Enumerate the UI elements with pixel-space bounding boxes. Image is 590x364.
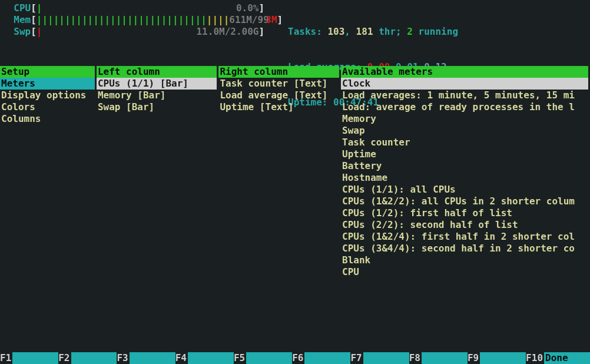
- avail-item-uptime[interactable]: Uptime: [341, 148, 588, 160]
- threads-count: 181: [356, 26, 373, 37]
- f10-label: F10: [526, 352, 544, 364]
- setup-item-display[interactable]: Display options: [0, 90, 95, 101]
- avail-item-cpu[interactable]: CPU: [341, 266, 588, 278]
- f6-button[interactable]: [304, 352, 350, 364]
- f1-button[interactable]: [12, 352, 58, 364]
- cpu-meter: CPU[|0.0%]: [2, 2, 288, 14]
- right-column-header: Right column: [218, 66, 339, 78]
- avail-item-taskcounter[interactable]: Task counter: [341, 137, 588, 148]
- avail-item-clock[interactable]: Clock: [341, 78, 588, 90]
- cpu-bar: |: [37, 2, 42, 14]
- mem-value-tail: 3M: [266, 14, 277, 25]
- avail-item-cpus344[interactable]: CPUs (3&4/4): second half in 2 shorter c…: [341, 243, 588, 254]
- available-meters-header: Available meters: [341, 66, 588, 78]
- setup-panel: Setup Meters Display options Colors Colu…: [0, 66, 95, 278]
- right-column-panel: Right column Task counter [Text] Load av…: [218, 66, 339, 278]
- leftcol-item-memory[interactable]: Memory [Bar]: [97, 90, 217, 101]
- avail-item-swap[interactable]: Swap: [341, 125, 588, 137]
- swp-meter: Swp[|11.0M/2.00G]: [2, 26, 288, 38]
- f6-label: F6: [292, 352, 304, 364]
- f9-button[interactable]: [480, 352, 526, 364]
- avail-item-hostname[interactable]: Hostname: [341, 172, 588, 184]
- f5-button[interactable]: [246, 352, 292, 364]
- f2-button[interactable]: [71, 352, 117, 364]
- f1-label: F1: [0, 352, 12, 364]
- f4-button[interactable]: [188, 352, 234, 364]
- avail-item-blank[interactable]: Blank: [341, 254, 588, 266]
- left-column-panel: Left column CPUs (1/1) [Bar] Memory [Bar…: [97, 66, 217, 278]
- rightcol-item-task[interactable]: Task counter [Text]: [218, 78, 339, 90]
- f3-button[interactable]: [130, 352, 175, 364]
- rightcol-item-load[interactable]: Load average [Text]: [218, 90, 339, 101]
- left-column-header: Left column: [97, 66, 217, 78]
- avail-item-cpus122[interactable]: CPUs (1&2/2): all CPUs in 2 shorter colu…: [341, 196, 588, 207]
- mem-bar-used: ||||||||||||||||||||||||||||||: [37, 14, 207, 25]
- available-meters-panel: Available meters Clock Load averages: 1 …: [341, 66, 588, 278]
- avail-item-cpus12[interactable]: CPUs (1/2): first half of list: [341, 207, 588, 219]
- avail-item-cpus124[interactable]: CPUs (1&2/4): first half in 2 shorter co…: [341, 231, 588, 243]
- f7-label: F7: [350, 352, 363, 364]
- setup-item-colors[interactable]: Colors: [0, 101, 95, 113]
- cpu-value: 0.0%: [42, 2, 258, 14]
- f8-button[interactable]: [422, 352, 468, 364]
- avail-item-cpus11[interactable]: CPUs (1/1): all CPUs: [341, 184, 588, 196]
- leftcol-item-swap[interactable]: Swap [Bar]: [97, 101, 217, 113]
- setup-header: Setup: [0, 66, 95, 78]
- swp-value: 11.0M/2.00G: [42, 26, 258, 38]
- tasks-count: 103: [327, 26, 344, 37]
- setup-item-meters[interactable]: Meters: [0, 78, 95, 90]
- f4-label: F4: [175, 352, 188, 364]
- f3-label: F3: [117, 352, 129, 364]
- tasks-label: Tasks:: [288, 26, 327, 37]
- setup-panels: Setup Meters Display options Colors Colu…: [0, 66, 590, 278]
- function-key-bar: F1 F2 F3 F4 F5 F6 F7 F8 F9 F10Done: [0, 352, 590, 364]
- rightcol-item-uptime[interactable]: Uptime [Text]: [218, 101, 339, 113]
- leftcol-item-cpus[interactable]: CPUs (1/1) [Bar]: [97, 78, 217, 90]
- avail-item-memory[interactable]: Memory: [341, 113, 588, 125]
- avail-item-battery[interactable]: Battery: [341, 160, 588, 172]
- f10-done-button[interactable]: Done: [544, 352, 590, 364]
- setup-item-columns[interactable]: Columns: [0, 113, 95, 125]
- mem-meter: Mem[||||||||||||||||||||||||||||||||||61…: [2, 14, 288, 26]
- running-count: 2: [407, 26, 413, 37]
- f7-button[interactable]: [363, 352, 409, 364]
- f5-label: F5: [234, 352, 246, 364]
- f9-label: F9: [468, 352, 480, 364]
- f2-label: F2: [58, 352, 71, 364]
- swp-bar: |: [37, 26, 42, 37]
- mem-bar-cache: ||||: [207, 14, 230, 25]
- avail-item-cpus22[interactable]: CPUs (2/2): second half of list: [341, 219, 588, 231]
- avail-item-loadavg-desc[interactable]: Load averages: 1 minute, 5 minutes, 15 m…: [341, 90, 588, 101]
- f8-label: F8: [409, 352, 422, 364]
- avail-item-load-desc[interactable]: Load: average of ready processes in the …: [341, 101, 588, 113]
- mem-value: 611M/99: [229, 14, 266, 26]
- tasks-line: Tasks: 103, 181 thr; 2 running: [288, 26, 588, 38]
